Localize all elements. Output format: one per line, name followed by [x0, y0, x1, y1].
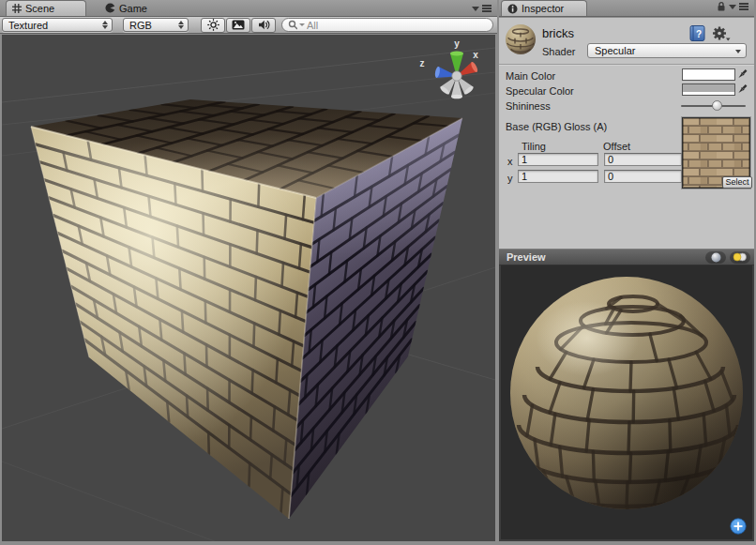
draw-mode-dropdown[interactable]: Textured — [2, 18, 113, 32]
sphere-icon — [711, 252, 721, 263]
shininess-slider[interactable] — [681, 105, 746, 107]
panel-dropdown-icon[interactable] — [472, 7, 479, 11]
panel-menu-icon[interactable] — [482, 5, 491, 12]
tab-inspector[interactable]: Inspector — [501, 0, 587, 16]
scene-panel: Scene Game Textured RGB — [0, 0, 497, 545]
info-icon — [507, 4, 518, 14]
select-texture-label: Select — [725, 178, 748, 187]
inspector-body: bricks Shader Specular ? — [499, 18, 754, 249]
scene-toolbar: Textured RGB — [0, 17, 497, 34]
offset-y-field[interactable] — [604, 170, 682, 183]
section-divider — [499, 64, 754, 65]
scene-toggles — [201, 18, 277, 33]
preview-lighting-button[interactable] — [730, 251, 750, 264]
panel-menu-icon[interactable] — [739, 3, 748, 10]
select-texture-button[interactable]: Select — [722, 176, 752, 189]
lock-icon[interactable] — [717, 1, 726, 11]
svg-text:?: ? — [696, 29, 702, 39]
tiling-y-field[interactable] — [518, 170, 598, 183]
skybox-toggle-button[interactable] — [226, 18, 250, 33]
panel-dropdown-icon[interactable] — [729, 5, 736, 9]
shader-label: Shader — [542, 46, 575, 57]
lighting-toggle-button[interactable] — [201, 18, 225, 33]
updown-arrows-icon — [178, 21, 184, 29]
draw-mode-value: Textured — [8, 20, 48, 31]
search-icon — [288, 20, 297, 30]
tab-scene-label: Scene — [25, 3, 54, 14]
tab-game-label: Game — [119, 3, 147, 14]
tab-inspector-label: Inspector — [522, 3, 564, 14]
shader-dropdown[interactable]: Specular — [587, 43, 747, 58]
inspector-panel-menu — [717, 1, 754, 16]
scene-search[interactable] — [281, 18, 493, 32]
specular-color-label: Specular Color — [506, 85, 574, 97]
inspector-panel: Inspector — [499, 0, 754, 541]
tab-scene[interactable]: Scene — [6, 0, 86, 16]
tiling-x-field[interactable] — [518, 153, 598, 166]
sun-icon — [207, 19, 219, 31]
shader-value: Specular — [595, 45, 635, 56]
x-row-label: x — [507, 156, 513, 167]
axis-x-label: x — [473, 50, 478, 60]
brick-cube — [31, 99, 462, 519]
preview-mesh-button[interactable] — [705, 251, 726, 264]
specular-color-swatch[interactable] — [682, 83, 735, 96]
eyedropper-icon[interactable] — [736, 68, 748, 81]
audio-toggle-button[interactable] — [251, 18, 276, 33]
material-thumbnail[interactable] — [505, 23, 537, 55]
scene-render: y x z — [2, 35, 495, 541]
axis-gizmo[interactable]: y x z — [420, 38, 479, 98]
lights-icon — [733, 252, 748, 262]
inspector-tabstrip: Inspector — [499, 0, 754, 17]
y-row-label: y — [507, 173, 513, 184]
game-icon — [105, 3, 115, 13]
tab-game[interactable]: Game — [99, 0, 159, 16]
axis-y-label: y — [454, 38, 460, 49]
preview-body[interactable] — [499, 265, 754, 541]
help-icon[interactable]: ? — [689, 25, 705, 41]
preview-title: Preview — [499, 251, 546, 263]
scene-panel-menu — [472, 5, 497, 16]
tiling-header: Tiling — [522, 141, 546, 152]
shininess-label: Shininess — [506, 100, 551, 112]
unity-editor-window: Scene Game Textured RGB — [0, 0, 756, 545]
speaker-icon — [258, 20, 270, 30]
eyedropper-icon[interactable] — [736, 83, 748, 96]
shininess-slider-thumb[interactable] — [712, 100, 722, 111]
preview-sphere — [501, 265, 752, 539]
gear-icon[interactable] — [712, 25, 731, 42]
color-mode-dropdown[interactable]: RGB — [123, 18, 189, 32]
preview-header[interactable]: Preview — [499, 249, 754, 265]
offset-header: Offset — [603, 141, 630, 152]
search-input[interactable] — [307, 20, 485, 31]
updown-arrows-icon — [102, 21, 108, 29]
search-filter-arrow-icon[interactable] — [299, 23, 305, 26]
grid-icon — [12, 4, 22, 13]
base-map-label: Base (RGB) Gloss (A) — [506, 121, 607, 132]
add-button[interactable] — [730, 518, 747, 535]
image-icon — [232, 20, 245, 30]
main-color-label: Main Color — [506, 70, 555, 82]
axis-z-label: z — [420, 58, 425, 68]
dropdown-arrow-icon — [735, 50, 741, 53]
color-mode-value: RGB — [129, 20, 152, 31]
scene-viewport[interactable]: y x z — [2, 35, 495, 541]
offset-x-field[interactable] — [604, 153, 682, 166]
axis-center-cube[interactable] — [452, 71, 461, 81]
scene-tabstrip: Scene Game — [0, 0, 497, 17]
main-color-swatch[interactable] — [682, 68, 735, 81]
material-name: bricks — [542, 26, 574, 40]
